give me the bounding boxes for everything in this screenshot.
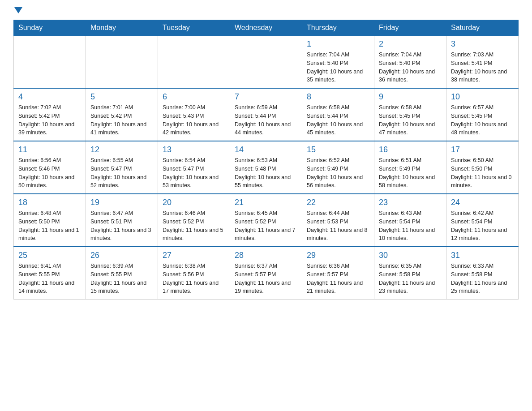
day-number: 10 — [451, 92, 514, 102]
calendar-cell: 26Sunrise: 6:39 AMSunset: 5:55 PMDayligh… — [86, 247, 158, 300]
calendar-cell: 14Sunrise: 6:53 AMSunset: 5:48 PMDayligh… — [230, 141, 302, 194]
calendar-cell: 9Sunrise: 6:58 AMSunset: 5:45 PMDaylight… — [374, 88, 446, 141]
day-info: Sunrise: 6:33 AMSunset: 5:58 PMDaylight:… — [451, 262, 514, 295]
calendar-cell: 25Sunrise: 6:41 AMSunset: 5:55 PMDayligh… — [14, 247, 86, 300]
calendar-cell: 8Sunrise: 6:58 AMSunset: 5:44 PMDaylight… — [302, 88, 374, 141]
page-header — [13, 9, 519, 15]
calendar-cell: 16Sunrise: 6:51 AMSunset: 5:49 PMDayligh… — [374, 141, 446, 194]
calendar-cell: 24Sunrise: 6:42 AMSunset: 5:54 PMDayligh… — [446, 194, 519, 247]
calendar-cell — [86, 36, 158, 89]
day-number: 14 — [235, 145, 297, 154]
calendar-cell: 3Sunrise: 7:03 AMSunset: 5:41 PMDaylight… — [446, 36, 519, 89]
calendar-cell — [158, 36, 230, 89]
day-number: 12 — [90, 145, 153, 154]
day-info: Sunrise: 6:59 AMSunset: 5:44 PMDaylight:… — [235, 103, 297, 137]
weekday-header-wednesday: Wednesday — [230, 20, 302, 36]
calendar-cell: 13Sunrise: 6:54 AMSunset: 5:47 PMDayligh… — [158, 141, 230, 194]
day-info: Sunrise: 6:53 AMSunset: 5:48 PMDaylight:… — [235, 156, 297, 190]
day-info: Sunrise: 6:41 AMSunset: 5:55 PMDaylight:… — [18, 262, 81, 295]
day-info: Sunrise: 6:39 AMSunset: 5:55 PMDaylight:… — [90, 262, 153, 295]
day-number: 1 — [307, 39, 369, 49]
calendar-cell — [230, 36, 302, 89]
day-number: 25 — [18, 251, 81, 260]
calendar-table: SundayMondayTuesdayWednesdayThursdayFrid… — [13, 20, 519, 300]
day-number: 28 — [235, 251, 297, 260]
calendar-cell: 15Sunrise: 6:52 AMSunset: 5:49 PMDayligh… — [302, 141, 374, 194]
day-info: Sunrise: 7:01 AMSunset: 5:42 PMDaylight:… — [90, 103, 153, 137]
day-number: 21 — [235, 198, 297, 207]
day-number: 3 — [451, 39, 514, 49]
day-info: Sunrise: 6:58 AMSunset: 5:45 PMDaylight:… — [379, 103, 442, 137]
calendar-cell: 20Sunrise: 6:46 AMSunset: 5:52 PMDayligh… — [158, 194, 230, 247]
day-number: 8 — [307, 92, 369, 102]
day-info: Sunrise: 6:57 AMSunset: 5:45 PMDaylight:… — [451, 103, 514, 137]
day-number: 13 — [163, 145, 225, 154]
day-info: Sunrise: 6:45 AMSunset: 5:52 PMDaylight:… — [235, 209, 297, 243]
weekday-header-sunday: Sunday — [14, 20, 86, 36]
day-info: Sunrise: 6:52 AMSunset: 5:49 PMDaylight:… — [307, 156, 369, 190]
day-info: Sunrise: 6:56 AMSunset: 5:46 PMDaylight:… — [18, 156, 81, 190]
day-number: 23 — [379, 198, 442, 207]
weekday-header-monday: Monday — [86, 20, 158, 36]
day-number: 9 — [379, 92, 442, 102]
day-number: 22 — [307, 198, 369, 207]
day-number: 5 — [90, 92, 153, 102]
day-info: Sunrise: 6:44 AMSunset: 5:53 PMDaylight:… — [307, 209, 369, 243]
day-info: Sunrise: 6:35 AMSunset: 5:58 PMDaylight:… — [379, 262, 442, 295]
calendar-cell: 30Sunrise: 6:35 AMSunset: 5:58 PMDayligh… — [374, 247, 446, 300]
day-info: Sunrise: 6:54 AMSunset: 5:47 PMDaylight:… — [163, 156, 225, 190]
calendar-week-row: 25Sunrise: 6:41 AMSunset: 5:55 PMDayligh… — [14, 247, 519, 300]
day-info: Sunrise: 6:37 AMSunset: 5:57 PMDaylight:… — [235, 262, 297, 295]
logo — [13, 9, 22, 15]
weekday-header-tuesday: Tuesday — [158, 20, 230, 36]
calendar-cell: 12Sunrise: 6:55 AMSunset: 5:47 PMDayligh… — [86, 141, 158, 194]
calendar-cell: 18Sunrise: 6:48 AMSunset: 5:50 PMDayligh… — [14, 194, 86, 247]
calendar-cell: 21Sunrise: 6:45 AMSunset: 5:52 PMDayligh… — [230, 194, 302, 247]
day-number: 31 — [451, 251, 514, 260]
calendar-cell: 17Sunrise: 6:50 AMSunset: 5:50 PMDayligh… — [446, 141, 519, 194]
day-info: Sunrise: 7:04 AMSunset: 5:40 PMDaylight:… — [307, 51, 369, 84]
calendar-cell: 27Sunrise: 6:38 AMSunset: 5:56 PMDayligh… — [158, 247, 230, 300]
day-number: 20 — [163, 198, 225, 207]
day-info: Sunrise: 6:47 AMSunset: 5:51 PMDaylight:… — [90, 209, 153, 243]
day-number: 4 — [18, 92, 81, 102]
day-number: 7 — [235, 92, 297, 102]
day-info: Sunrise: 6:38 AMSunset: 5:56 PMDaylight:… — [163, 262, 225, 295]
day-number: 27 — [163, 251, 225, 260]
day-info: Sunrise: 7:03 AMSunset: 5:41 PMDaylight:… — [451, 51, 514, 84]
calendar-cell: 29Sunrise: 6:36 AMSunset: 5:57 PMDayligh… — [302, 247, 374, 300]
calendar-cell: 7Sunrise: 6:59 AMSunset: 5:44 PMDaylight… — [230, 88, 302, 141]
calendar-header-row: SundayMondayTuesdayWednesdayThursdayFrid… — [14, 20, 519, 36]
day-info: Sunrise: 6:46 AMSunset: 5:52 PMDaylight:… — [163, 209, 225, 243]
day-info: Sunrise: 7:04 AMSunset: 5:40 PMDaylight:… — [379, 51, 442, 84]
calendar-cell: 4Sunrise: 7:02 AMSunset: 5:42 PMDaylight… — [14, 88, 86, 141]
day-info: Sunrise: 6:50 AMSunset: 5:50 PMDaylight:… — [451, 156, 514, 190]
day-info: Sunrise: 6:36 AMSunset: 5:57 PMDaylight:… — [307, 262, 369, 295]
day-number: 19 — [90, 198, 153, 207]
calendar-cell: 31Sunrise: 6:33 AMSunset: 5:58 PMDayligh… — [446, 247, 519, 300]
calendar-cell: 2Sunrise: 7:04 AMSunset: 5:40 PMDaylight… — [374, 36, 446, 89]
weekday-header-saturday: Saturday — [446, 20, 519, 36]
calendar-cell: 19Sunrise: 6:47 AMSunset: 5:51 PMDayligh… — [86, 194, 158, 247]
day-number: 16 — [379, 145, 442, 154]
day-number: 30 — [379, 251, 442, 260]
calendar-cell — [14, 36, 86, 89]
day-number: 2 — [379, 39, 442, 49]
logo-triangle-icon — [14, 7, 22, 13]
weekday-header-thursday: Thursday — [302, 20, 374, 36]
day-info: Sunrise: 6:51 AMSunset: 5:49 PMDaylight:… — [379, 156, 442, 190]
calendar-week-row: 18Sunrise: 6:48 AMSunset: 5:50 PMDayligh… — [14, 194, 519, 247]
calendar-week-row: 1Sunrise: 7:04 AMSunset: 5:40 PMDaylight… — [14, 36, 519, 89]
calendar-cell: 22Sunrise: 6:44 AMSunset: 5:53 PMDayligh… — [302, 194, 374, 247]
day-info: Sunrise: 7:00 AMSunset: 5:43 PMDaylight:… — [163, 103, 225, 137]
calendar-cell: 1Sunrise: 7:04 AMSunset: 5:40 PMDaylight… — [302, 36, 374, 89]
day-info: Sunrise: 6:55 AMSunset: 5:47 PMDaylight:… — [90, 156, 153, 190]
calendar-week-row: 4Sunrise: 7:02 AMSunset: 5:42 PMDaylight… — [14, 88, 519, 141]
day-info: Sunrise: 7:02 AMSunset: 5:42 PMDaylight:… — [18, 103, 81, 137]
day-number: 29 — [307, 251, 369, 260]
day-info: Sunrise: 6:58 AMSunset: 5:44 PMDaylight:… — [307, 103, 369, 137]
calendar-cell: 23Sunrise: 6:43 AMSunset: 5:54 PMDayligh… — [374, 194, 446, 247]
weekday-header-friday: Friday — [374, 20, 446, 36]
day-info: Sunrise: 6:42 AMSunset: 5:54 PMDaylight:… — [451, 209, 514, 243]
calendar-week-row: 11Sunrise: 6:56 AMSunset: 5:46 PMDayligh… — [14, 141, 519, 194]
